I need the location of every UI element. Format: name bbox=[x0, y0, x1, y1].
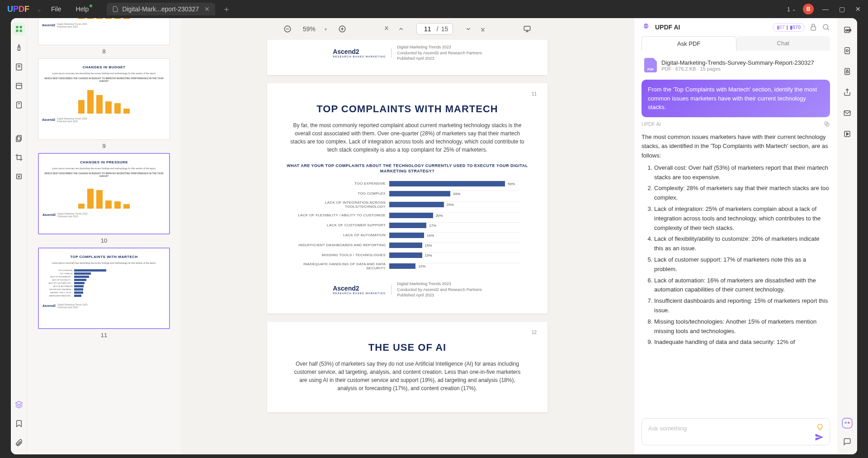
bot-list-item: Complexity: 28% of marketers say that th… bbox=[654, 184, 830, 203]
close-window-button[interactable]: ✕ bbox=[854, 5, 863, 14]
svg-point-26 bbox=[646, 25, 648, 27]
attachment-icon[interactable] bbox=[13, 436, 25, 449]
updf-ai-icon bbox=[642, 23, 651, 32]
send-button[interactable] bbox=[815, 433, 824, 442]
ai-file-meta: PDF · 676.2 KB · 15 pages bbox=[661, 66, 814, 72]
ai-panel-title: UPDF AI bbox=[655, 24, 768, 31]
layers-icon[interactable] bbox=[13, 398, 25, 411]
page-title: THE USE OF AI bbox=[283, 342, 531, 353]
page-11: 11 TOP COMPLAINTS WITH MARTECH By far, t… bbox=[267, 83, 547, 314]
chart-row: INADEQUATE HANDLING OF DATA AND DATA SEC… bbox=[294, 262, 520, 270]
email-icon[interactable] bbox=[841, 107, 854, 119]
form-icon[interactable] bbox=[13, 99, 25, 111]
tab-ask-pdf[interactable]: Ask PDF bbox=[642, 36, 736, 51]
svg-rect-7 bbox=[16, 83, 22, 89]
svg-point-25 bbox=[644, 25, 646, 27]
copy-icon[interactable] bbox=[824, 121, 830, 127]
crop-icon[interactable] bbox=[13, 151, 25, 164]
thumbnail-page-11[interactable]: TOP COMPLAINTS WITH MARTECHLorem ipsum s… bbox=[38, 248, 170, 339]
bot-list-item: Inadequate handling of data and data sec… bbox=[654, 338, 830, 347]
svg-rect-41 bbox=[842, 418, 852, 428]
next-page-button[interactable] bbox=[462, 23, 475, 35]
total-pages: 15 bbox=[441, 25, 448, 33]
thumbnails-button[interactable] bbox=[13, 23, 25, 35]
tab-chat[interactable]: Chat bbox=[736, 36, 830, 51]
bot-list-item: Lack of automation: 16% of marketers are… bbox=[654, 276, 830, 295]
highlighter-icon[interactable] bbox=[13, 42, 25, 54]
page-separator: / bbox=[437, 25, 439, 33]
svg-point-35 bbox=[846, 50, 849, 52]
zoom-in-button[interactable] bbox=[336, 23, 349, 35]
transform-icon[interactable] bbox=[13, 170, 25, 183]
bookmark-icon[interactable] bbox=[13, 417, 25, 430]
protect-icon[interactable] bbox=[841, 65, 854, 78]
chart-row: INSUFFICIENT DASHBOARDS AND REPORTING15% bbox=[294, 242, 520, 248]
presentation-button[interactable] bbox=[521, 23, 533, 35]
svg-text:OCR: OCR bbox=[845, 29, 851, 32]
stamp-play-icon[interactable] bbox=[841, 128, 854, 140]
chart-row: TOO EXPENSIVE53% bbox=[294, 181, 520, 187]
svg-line-29 bbox=[827, 29, 829, 30]
comment-icon[interactable] bbox=[841, 435, 854, 448]
maximize-button[interactable]: ▢ bbox=[837, 5, 846, 14]
menu-help[interactable]: Help bbox=[76, 5, 89, 13]
svg-rect-2 bbox=[16, 30, 18, 32]
pdf-icon: PDF bbox=[644, 58, 657, 72]
window-counter[interactable]: 1 ⌄ bbox=[787, 6, 796, 13]
copy-pages-icon[interactable] bbox=[13, 132, 25, 145]
thumbnail-page-9[interactable]: CHANGES IN BUDGETLorem ipsum summary tex… bbox=[38, 58, 170, 149]
viewer-toolbar: 59%▾ / 15 bbox=[181, 18, 634, 40]
ai-credits[interactable]: ▮87 | ▮870 bbox=[773, 23, 805, 32]
tab-title: Digital-Mark...eport-230327 bbox=[122, 5, 199, 13]
minimize-button[interactable]: — bbox=[821, 5, 830, 14]
right-rail: OCR bbox=[837, 18, 857, 454]
chart-row: LACK OF CUSTOMER SUPPORT17% bbox=[294, 222, 520, 229]
thumbnail-page-8[interactable]: CHANGES IN BUDGETLorem ipsum summary tex… bbox=[38, 18, 170, 55]
search-icon[interactable] bbox=[822, 23, 830, 31]
lightbulb-icon[interactable] bbox=[816, 424, 824, 431]
bookmark-list-icon[interactable] bbox=[13, 61, 25, 73]
svg-rect-22 bbox=[524, 26, 531, 30]
ai-chat-scroll[interactable]: From the 'Top Complaints with Martech' s… bbox=[634, 80, 837, 413]
svg-rect-11 bbox=[17, 135, 21, 140]
document-scroll[interactable]: Ascend2RESEARCH-BASED MARKETING Digital … bbox=[181, 40, 634, 454]
last-page-button[interactable] bbox=[476, 23, 489, 35]
page-input[interactable]: / 15 bbox=[416, 23, 453, 35]
chart-row: MISSING TOOLS / TECHNOLOGIES15% bbox=[294, 252, 520, 258]
ai-file-name: Digital-Marketing-Trends-Survey-Summary-… bbox=[661, 59, 814, 66]
zoom-out-button[interactable] bbox=[281, 23, 294, 35]
add-tab-button[interactable]: ＋ bbox=[222, 4, 231, 14]
svg-point-43 bbox=[848, 422, 849, 424]
svg-rect-12 bbox=[16, 137, 20, 142]
lock-icon[interactable] bbox=[809, 23, 817, 31]
outline-icon[interactable] bbox=[13, 80, 25, 92]
chevron-down-icon[interactable]: ⌄ bbox=[37, 5, 42, 13]
ai-assistant-fab[interactable] bbox=[841, 417, 853, 429]
thumbnails-panel[interactable]: CHANGES IN BUDGETLorem ipsum summary tex… bbox=[27, 18, 181, 454]
extract-icon[interactable] bbox=[841, 44, 854, 57]
svg-rect-9 bbox=[16, 102, 21, 108]
ai-input[interactable] bbox=[642, 418, 830, 445]
bot-list-item: Lack of customer support: 17% of markete… bbox=[654, 255, 830, 274]
menu-file[interactable]: File bbox=[51, 5, 61, 13]
zoom-select[interactable]: 59%▾ bbox=[303, 25, 327, 33]
first-page-button[interactable] bbox=[380, 23, 393, 35]
svg-point-10 bbox=[19, 103, 19, 104]
chart-row: LACK OF AUTOMATION16% bbox=[294, 232, 520, 239]
svg-rect-27 bbox=[811, 27, 816, 30]
document-tab[interactable]: Digital-Mark...eport-230327 ✕ bbox=[107, 3, 215, 15]
svg-rect-0 bbox=[16, 26, 18, 28]
page-number: 11 bbox=[532, 91, 537, 96]
user-avatar[interactable]: B bbox=[803, 4, 814, 14]
current-page-field[interactable] bbox=[421, 25, 434, 33]
bot-list-item: Insufficient dashboards and reporting: 1… bbox=[654, 296, 830, 315]
close-tab-button[interactable]: ✕ bbox=[204, 5, 210, 13]
share-icon[interactable] bbox=[841, 86, 854, 99]
page-intro: By far, the most commonly reported compl… bbox=[290, 121, 525, 154]
svg-rect-37 bbox=[846, 71, 849, 73]
thumbnail-page-10[interactable]: CHANGES IN PRESSURELorem ipsum summary t… bbox=[38, 153, 170, 244]
ai-file-card[interactable]: PDF Digital-Marketing-Trends-Survey-Summ… bbox=[642, 55, 830, 75]
prev-page-button[interactable] bbox=[395, 23, 407, 35]
svg-rect-3 bbox=[19, 30, 22, 32]
ocr-icon[interactable]: OCR bbox=[841, 24, 854, 36]
